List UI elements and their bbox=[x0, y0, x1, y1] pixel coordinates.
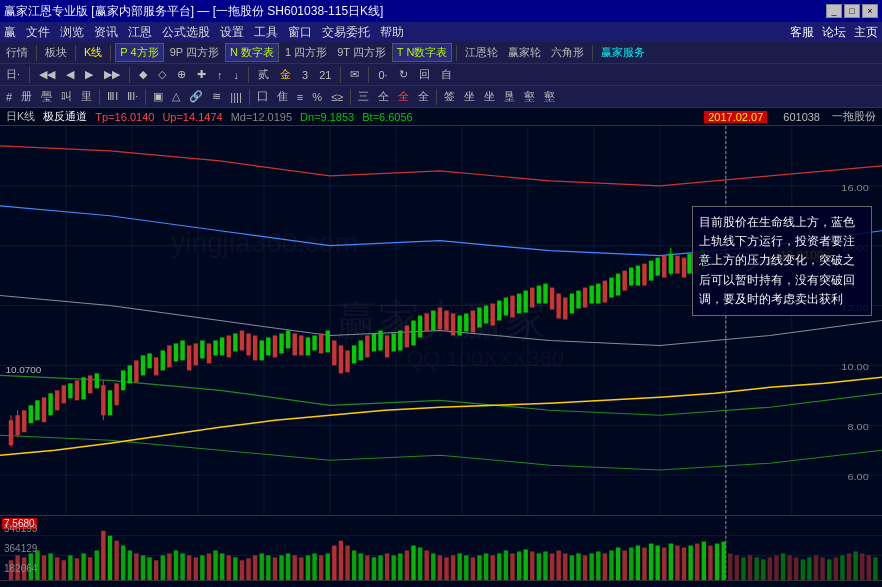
main-chart-area[interactable]: 赢家大赢家 yingjia360.com QQ:100XXX360 bbox=[0, 126, 882, 516]
tb-refresh[interactable]: ↻ bbox=[395, 66, 412, 83]
svg-rect-52 bbox=[213, 340, 217, 355]
tb-tn[interactable]: T N数字表 bbox=[392, 43, 453, 62]
svg-rect-170 bbox=[174, 550, 178, 580]
menu-window[interactable]: 窗口 bbox=[288, 24, 312, 41]
tb-d17[interactable]: ≤≥ bbox=[327, 89, 347, 105]
tb-d23[interactable]: 坐 bbox=[460, 87, 479, 106]
svg-rect-231 bbox=[576, 553, 580, 580]
tb-day[interactable]: 日· bbox=[2, 65, 24, 84]
tb-d24[interactable]: 坐 bbox=[480, 87, 499, 106]
sep5 bbox=[592, 45, 593, 61]
service-btn-kf[interactable]: 客服 bbox=[790, 24, 814, 41]
tb-next[interactable]: ▶ bbox=[81, 66, 97, 83]
tb-gold[interactable]: 金 bbox=[276, 65, 295, 84]
tb-d20[interactable]: 全 bbox=[394, 87, 413, 106]
tb-bk[interactable]: 板块 bbox=[41, 43, 71, 62]
tb-d3[interactable]: 璺 bbox=[37, 87, 56, 106]
tb-d13[interactable]: 囗 bbox=[253, 87, 272, 106]
svg-rect-257 bbox=[748, 555, 752, 580]
tb-ljx[interactable]: 六角形 bbox=[547, 43, 588, 62]
service-btn-lt[interactable]: 论坛 bbox=[822, 24, 846, 41]
tb-diamond2[interactable]: ◇ bbox=[154, 66, 170, 83]
tb-jel[interactable]: 江恩轮 bbox=[461, 43, 502, 62]
tb-yj-service[interactable]: 赢家服务 bbox=[597, 43, 649, 62]
svg-rect-155 bbox=[75, 558, 79, 580]
tb-yjl[interactable]: 赢家轮 bbox=[504, 43, 545, 62]
close-btn[interactable]: × bbox=[862, 4, 878, 18]
tb-self[interactable]: 自 bbox=[437, 65, 456, 84]
service-btn-zy[interactable]: 主页 bbox=[854, 24, 878, 41]
svg-rect-33 bbox=[95, 373, 99, 388]
menu-trade[interactable]: 交易委托 bbox=[322, 24, 370, 41]
tb-9p4[interactable]: 9P 四方形 bbox=[166, 43, 223, 62]
tb-num1[interactable]: 贰 bbox=[254, 65, 273, 84]
menu-file[interactable]: 文件 bbox=[26, 24, 50, 41]
tb-circle[interactable]: ⊕ bbox=[173, 66, 190, 83]
tb-d27[interactable]: 壑 bbox=[540, 87, 559, 106]
tb-3[interactable]: 3 bbox=[298, 67, 312, 83]
tb-t4[interactable]: 1 四方形 bbox=[281, 43, 331, 62]
tb-fwd[interactable]: ▶▶ bbox=[100, 66, 124, 83]
tb-d22[interactable]: 签 bbox=[440, 87, 459, 106]
svg-rect-271 bbox=[840, 555, 844, 580]
tb-d14[interactable]: 隹 bbox=[273, 87, 292, 106]
svg-rect-77 bbox=[378, 330, 382, 350]
tb-d7[interactable]: ⅡI· bbox=[123, 88, 142, 105]
svg-rect-153 bbox=[62, 560, 66, 580]
bt-value: Bt=6.6056 bbox=[362, 111, 412, 123]
tb-up[interactable]: ↑ bbox=[213, 67, 227, 83]
svg-rect-63 bbox=[286, 330, 290, 348]
svg-rect-163 bbox=[128, 550, 132, 580]
menu-info[interactable]: 资讯 bbox=[94, 24, 118, 41]
tb-zero[interactable]: 0· bbox=[374, 67, 391, 83]
candlestick-chart: 16.00 14.00 12.00 10.00 8.00 6.00 13.810… bbox=[0, 126, 882, 515]
tb-kx[interactable]: K线 bbox=[80, 43, 106, 62]
svg-rect-90 bbox=[464, 314, 468, 332]
tb-d16[interactable]: % bbox=[308, 89, 326, 105]
maximize-btn[interactable]: □ bbox=[844, 4, 860, 18]
tb-d2[interactable]: 册 bbox=[17, 87, 36, 106]
tb-d18[interactable]: 三 bbox=[354, 87, 373, 106]
tb-d9[interactable]: △ bbox=[168, 88, 184, 105]
menu-help[interactable]: 帮助 bbox=[380, 24, 404, 41]
tb-prev[interactable]: ◀ bbox=[62, 66, 78, 83]
tb-d11[interactable]: ≋ bbox=[208, 88, 225, 105]
tb-d26[interactable]: 壑 bbox=[520, 87, 539, 106]
tb-back[interactable]: ◀◀ bbox=[35, 66, 59, 83]
tb-n[interactable]: N 数字表 bbox=[225, 43, 279, 62]
tb-hq[interactable]: 行情 bbox=[2, 43, 32, 62]
tb-p4[interactable]: P 4方形 bbox=[115, 43, 163, 62]
svg-rect-232 bbox=[583, 555, 587, 580]
tb-d6[interactable]: ⅢI bbox=[103, 88, 122, 105]
svg-rect-74 bbox=[359, 340, 363, 360]
tb-21[interactable]: 21 bbox=[315, 67, 335, 83]
tb-msg[interactable]: ✉ bbox=[346, 66, 363, 83]
svg-rect-249 bbox=[695, 544, 699, 580]
tb-d12[interactable]: |||| bbox=[226, 89, 245, 105]
svg-rect-197 bbox=[352, 550, 356, 580]
menu-settings[interactable]: 设置 bbox=[220, 24, 244, 41]
menu-tools[interactable]: 工具 bbox=[254, 24, 278, 41]
tb-diamond1[interactable]: ◆ bbox=[135, 66, 151, 83]
tb-d8[interactable]: ▣ bbox=[149, 88, 167, 105]
sep3 bbox=[110, 45, 111, 61]
tb-d25[interactable]: 垦 bbox=[500, 87, 519, 106]
menu-jianen[interactable]: 江恩 bbox=[128, 24, 152, 41]
tb-d15[interactable]: ≡ bbox=[293, 89, 307, 105]
tb-d19[interactable]: 仝 bbox=[374, 87, 393, 106]
tb-cross[interactable]: ✚ bbox=[193, 66, 210, 83]
tb-d5[interactable]: 里 bbox=[77, 87, 96, 106]
minimize-btn[interactable]: _ bbox=[826, 4, 842, 18]
menu-win[interactable]: 赢 bbox=[4, 24, 16, 41]
svg-rect-177 bbox=[220, 553, 224, 580]
tb-dn2[interactable]: ↓ bbox=[230, 67, 244, 83]
tb-auto[interactable]: 回 bbox=[415, 65, 434, 84]
menu-formula[interactable]: 公式选股 bbox=[162, 24, 210, 41]
tb-9t4[interactable]: 9T 四方形 bbox=[333, 43, 390, 62]
tb-d4[interactable]: 叫 bbox=[57, 87, 76, 106]
tb-d1[interactable]: # bbox=[2, 89, 16, 105]
menu-browse[interactable]: 浏览 bbox=[60, 24, 84, 41]
tb-d21[interactable]: 全 bbox=[414, 87, 433, 106]
tb-d10[interactable]: 🔗 bbox=[185, 88, 207, 105]
svg-rect-37 bbox=[114, 383, 118, 405]
